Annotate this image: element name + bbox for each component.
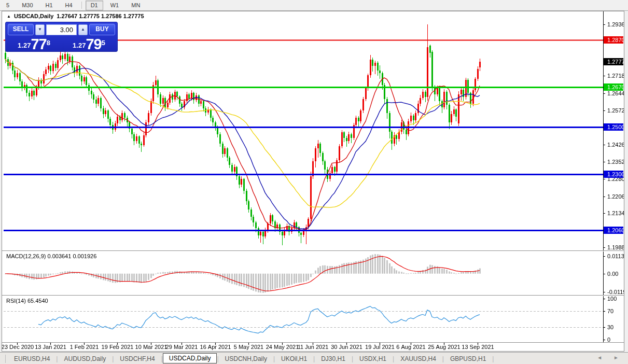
symbol-tab-usdcad[interactable]: USDCAD,Daily bbox=[163, 353, 217, 363]
buy-price[interactable]: 1.27795 bbox=[63, 35, 115, 51]
chart-marker-icon: ▲ bbox=[7, 14, 11, 19]
buy-price-prefix: 1.27 bbox=[73, 40, 86, 51]
volume-increase-button[interactable]: ▲ bbox=[78, 24, 88, 35]
volume-decrease-icon: ▼ bbox=[38, 27, 42, 32]
one-click-trading-panel: SELL ▼ 3.00 ▲ BUY 1.27778 1.27795 bbox=[5, 22, 118, 52]
symbol-tab-usdchf[interactable]: USDCHF,H4 bbox=[114, 354, 161, 364]
chart-canvas[interactable] bbox=[2, 11, 624, 351]
chart-symbol-label: USDCAD,Daily bbox=[14, 13, 53, 19]
timeframe-button-h4[interactable]: H4 bbox=[60, 1, 78, 10]
toolbar-separator bbox=[81, 2, 82, 9]
symbol-tab-xauusd[interactable]: XAUUSD,H4 bbox=[394, 354, 442, 364]
symbol-tab-dj30[interactable]: DJ30,H1 bbox=[315, 354, 352, 364]
tab-scroll-left-icon[interactable]: ◄ bbox=[597, 355, 602, 360]
symbol-tab-usdx[interactable]: USDX,H1 bbox=[353, 354, 393, 364]
tab-scroll-buttons: ◄ ► bbox=[597, 355, 619, 360]
tabbar-divider bbox=[0, 355, 6, 363]
symbol-tab-ukoil[interactable]: UKOil,H1 bbox=[275, 354, 313, 364]
buy-button[interactable]: BUY bbox=[89, 24, 115, 35]
timeframe-button-d1[interactable]: D1 bbox=[86, 1, 103, 10]
tab-scroll-right-icon[interactable]: ► bbox=[613, 355, 619, 360]
volume-increase-icon: ▲ bbox=[81, 27, 85, 32]
buy-price-sup: 5 bbox=[102, 35, 105, 51]
timeframe-button-5[interactable]: 5 bbox=[1, 1, 15, 10]
sell-price-prefix: 1.27 bbox=[18, 40, 31, 51]
symbol-tab-audusd[interactable]: AUDUSD,Daily bbox=[58, 354, 112, 364]
symbol-tab-eurusd[interactable]: EURUSD,H4 bbox=[8, 354, 56, 364]
buy-price-big: 79 bbox=[86, 37, 101, 51]
timeframe-button-h1[interactable]: H1 bbox=[40, 1, 58, 10]
tab-separator: | bbox=[492, 355, 494, 362]
volume-decrease-button[interactable]: ▼ bbox=[35, 24, 45, 35]
sell-price-sup: 8 bbox=[47, 35, 50, 51]
mt4-terminal: { "toolbar": { "timeframes": [ {"label":… bbox=[0, 0, 628, 364]
sell-price-big: 77 bbox=[31, 37, 46, 51]
timeframe-toolbar: 5M30H1H4D1W1MN bbox=[0, 0, 628, 11]
chart-window: ▲ USDCAD,Daily 1.27647 1.27775 1.27586 1… bbox=[2, 11, 624, 352]
symbol-tab-usdcnh[interactable]: USDCNH,Daily bbox=[219, 354, 273, 364]
sell-price[interactable]: 1.27778 bbox=[8, 35, 60, 51]
chart-title: ▲ USDCAD,Daily 1.27647 1.27775 1.27586 1… bbox=[7, 13, 144, 19]
symbol-tab-gbpusd[interactable]: GBPUSD,H1 bbox=[444, 354, 492, 364]
timeframe-button-w1[interactable]: W1 bbox=[105, 1, 124, 10]
sell-button[interactable]: SELL bbox=[8, 24, 34, 35]
timeframe-button-m30[interactable]: M30 bbox=[17, 1, 38, 10]
timeframe-button-mn[interactable]: MN bbox=[126, 1, 145, 10]
volume-input[interactable]: 3.00 bbox=[46, 24, 77, 35]
chart-ohlc-values: 1.27647 1.27775 1.27586 1.27775 bbox=[57, 13, 144, 19]
symbol-tabbar: EURUSD,H4|AUDUSD,Daily|USDCHF,H4|USDCAD,… bbox=[0, 352, 628, 364]
